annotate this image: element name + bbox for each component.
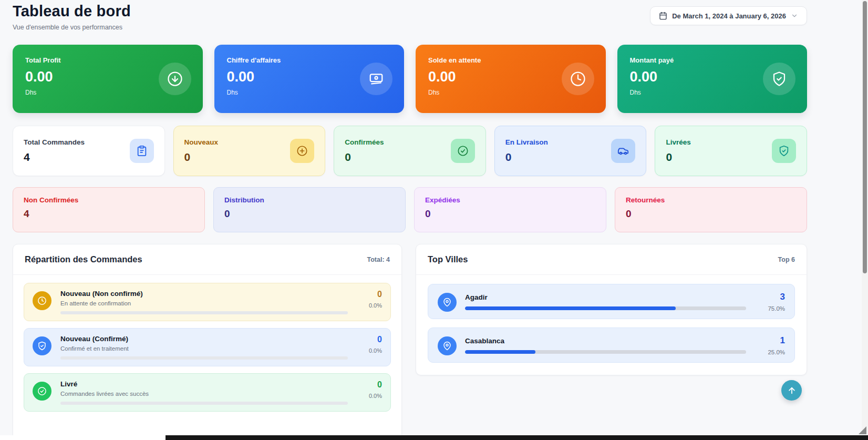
horizontal-scrollbar[interactable] bbox=[0, 435, 868, 440]
horizontal-scrollbar-thumb[interactable] bbox=[166, 435, 868, 440]
status-label: Distribution bbox=[224, 196, 395, 204]
vertical-scrollbar[interactable] bbox=[862, 0, 868, 440]
page-header: Tableau de bord Vue d'ensemble de vos pe… bbox=[13, 0, 807, 31]
kpi-card-paid-amount: Montant payé 0.00 Dhs bbox=[617, 45, 808, 113]
resize-grip-icon bbox=[859, 426, 866, 434]
count-card-text: Confirmées 0 bbox=[345, 138, 384, 163]
page-title: Tableau de bord bbox=[13, 3, 131, 20]
count-value: 0 bbox=[345, 151, 384, 163]
map-pin-icon bbox=[438, 293, 457, 312]
city-progress-track bbox=[465, 306, 746, 310]
count-card-confirmees: Confirmées 0 bbox=[334, 126, 486, 176]
city-text: Agadir bbox=[465, 293, 746, 310]
order-status-values: 0 0.0% bbox=[357, 335, 382, 354]
kpi-label: Total Profit bbox=[25, 56, 190, 64]
dashboard-page: Tableau de bord Vue d'ensemble de vos pe… bbox=[13, 0, 807, 440]
status-cards-row: Non Confirmées 4 Distribution 0 Expédiée… bbox=[13, 187, 807, 232]
cities-panel-top-label: Top 6 bbox=[778, 256, 795, 263]
clock-icon bbox=[33, 291, 51, 310]
arrow-down-circle-icon bbox=[159, 63, 191, 95]
order-status-count: 0 bbox=[357, 335, 382, 344]
status-label: Non Confirmées bbox=[24, 196, 194, 204]
order-status-text: Nouveau (Confirmé) Confirmé et en traite… bbox=[60, 335, 348, 360]
count-card-en-livraison: En Livraison 0 bbox=[494, 126, 647, 176]
cities-list: Agadir 3 75.0% Casablanca bbox=[416, 275, 807, 372]
city-values: 3 75.0% bbox=[755, 292, 785, 312]
city-text: Casablanca bbox=[465, 337, 746, 354]
count-label: En Livraison bbox=[505, 138, 548, 146]
clipboard-icon bbox=[130, 139, 154, 163]
count-card-text: Total Commandes 4 bbox=[24, 138, 85, 163]
order-status-count: 0 bbox=[357, 290, 382, 299]
city-row-casablanca: Casablanca 1 25.0% bbox=[428, 328, 795, 363]
status-value: 0 bbox=[626, 208, 796, 220]
order-status-text: Nouveau (Non confirmé) En attente de con… bbox=[60, 290, 348, 314]
plus-circle-icon bbox=[290, 139, 314, 163]
order-status-count: 0 bbox=[357, 380, 382, 390]
status-label: Retournées bbox=[626, 196, 796, 204]
order-status-row-nouveau-confirme: Nouveau (Confirmé) Confirmé et en traite… bbox=[24, 328, 391, 366]
order-status-row-nouveau-non-confirme: Nouveau (Non confirmé) En attente de con… bbox=[24, 283, 391, 321]
city-name: Agadir bbox=[465, 293, 746, 301]
kpi-card-pending-balance: Solde en attente 0.00 Dhs bbox=[416, 45, 606, 113]
count-card-text: En Livraison 0 bbox=[505, 138, 548, 163]
count-value: 4 bbox=[24, 151, 85, 163]
chevron-down-icon bbox=[791, 12, 798, 19]
orders-list: Nouveau (Non confirmé) En attente de con… bbox=[13, 275, 401, 419]
shield-check-icon bbox=[772, 139, 796, 163]
scroll-to-top-button[interactable] bbox=[781, 380, 802, 401]
order-progress-track bbox=[60, 311, 348, 314]
count-card-nouveaux: Nouveaux 0 bbox=[173, 126, 326, 176]
order-status-percent: 0.0% bbox=[357, 302, 382, 309]
count-cards-row: Total Commandes 4 Nouveaux 0 Confirmées … bbox=[13, 126, 807, 176]
calendar-icon bbox=[659, 12, 667, 20]
status-value: 0 bbox=[224, 208, 395, 220]
clock-icon bbox=[562, 63, 594, 95]
order-status-title: Nouveau (Confirmé) bbox=[60, 335, 348, 343]
count-value: 0 bbox=[184, 151, 219, 163]
orders-panel-title: Répartition des Commandes bbox=[25, 254, 142, 264]
orders-panel-total: Total: 4 bbox=[367, 256, 390, 263]
city-progress-fill bbox=[465, 306, 676, 310]
order-status-values: 0 0.0% bbox=[357, 380, 382, 399]
city-progress-track bbox=[465, 350, 746, 354]
count-label: Total Commandes bbox=[24, 138, 85, 146]
kpi-label: Chiffre d'affaires bbox=[227, 56, 392, 64]
count-label: Livrées bbox=[666, 138, 690, 146]
order-progress-track bbox=[60, 402, 348, 405]
status-value: 0 bbox=[425, 208, 595, 220]
kpi-label: Montant payé bbox=[630, 56, 795, 64]
status-card-non-confirmees: Non Confirmées 4 bbox=[13, 187, 205, 232]
car-icon bbox=[611, 139, 635, 163]
map-pin-icon bbox=[438, 336, 457, 355]
kpi-card-total-profit: Total Profit 0.00 Dhs bbox=[13, 45, 203, 113]
status-card-expediees: Expédiées 0 bbox=[414, 187, 606, 232]
shield-check-icon bbox=[33, 336, 51, 355]
status-card-retournees: Retournées 0 bbox=[615, 187, 807, 232]
order-status-percent: 0.0% bbox=[357, 393, 382, 399]
kpi-cards-row: Total Profit 0.00 Dhs Chiffre d'affaires… bbox=[13, 45, 807, 113]
order-status-title: Livré bbox=[60, 380, 348, 388]
count-card-livrees: Livrées 0 bbox=[655, 126, 807, 176]
city-count: 1 bbox=[755, 335, 785, 346]
check-circle-icon bbox=[33, 382, 51, 401]
city-percent: 25.0% bbox=[755, 349, 785, 355]
date-range-label: De March 1, 2024 à January 6, 2026 bbox=[672, 12, 786, 20]
cities-panel-header: Top Villes Top 6 bbox=[416, 244, 807, 275]
check-circle-icon bbox=[451, 139, 475, 163]
kpi-card-revenue: Chiffre d'affaires 0.00 Dhs bbox=[214, 45, 405, 113]
page-subtitle: Vue d'ensemble de vos performances bbox=[13, 24, 131, 31]
arrow-up-icon bbox=[787, 386, 797, 395]
order-status-values: 0 0.0% bbox=[357, 290, 382, 309]
vertical-scrollbar-thumb[interactable] bbox=[863, 1, 867, 273]
city-values: 1 25.0% bbox=[755, 335, 785, 355]
orders-distribution-panel: Répartition des Commandes Total: 4 Nouve… bbox=[13, 244, 402, 440]
city-row-agadir: Agadir 3 75.0% bbox=[428, 284, 795, 319]
order-status-text: Livré Commandes livrées avec succès bbox=[60, 380, 348, 405]
banknote-icon bbox=[360, 63, 392, 95]
date-range-selector[interactable]: De March 1, 2024 à January 6, 2026 bbox=[650, 6, 807, 25]
count-label: Nouveaux bbox=[184, 138, 219, 146]
count-label: Confirmées bbox=[345, 138, 384, 146]
order-status-subtitle: En attente de confirmation bbox=[60, 300, 348, 306]
status-value: 4 bbox=[24, 208, 194, 220]
